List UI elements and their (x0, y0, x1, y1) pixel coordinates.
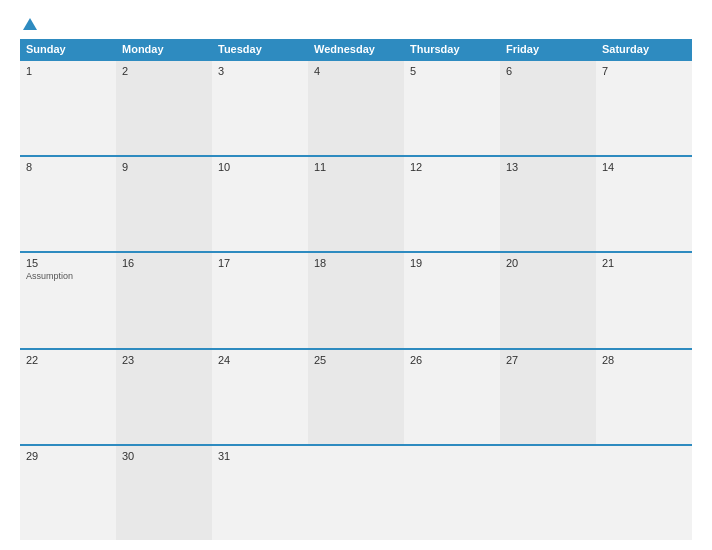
calendar-cell-w2-d4: 11 (308, 157, 404, 251)
calendar-header: Sunday Monday Tuesday Wednesday Thursday… (20, 39, 692, 59)
day-number: 20 (506, 257, 590, 269)
calendar-cell-w2-d5: 12 (404, 157, 500, 251)
day-number: 8 (26, 161, 110, 173)
calendar-cell-w5-d1: 29 (20, 446, 116, 540)
calendar-cell-w4-d4: 25 (308, 350, 404, 444)
day-number: 19 (410, 257, 494, 269)
day-number: 31 (218, 450, 302, 462)
calendar-cell-w1-d4: 4 (308, 61, 404, 155)
calendar-cell-w5-d2: 30 (116, 446, 212, 540)
week-row-3: 15Assumption161718192021 (20, 251, 692, 347)
day-number: 29 (26, 450, 110, 462)
calendar-cell-w3-d1: 15Assumption (20, 253, 116, 347)
logo (20, 18, 37, 31)
calendar-cell-w4-d1: 22 (20, 350, 116, 444)
calendar-cell-w2-d7: 14 (596, 157, 692, 251)
day-number: 1 (26, 65, 110, 77)
day-number: 10 (218, 161, 302, 173)
calendar-cell-w3-d4: 18 (308, 253, 404, 347)
calendar-page: Sunday Monday Tuesday Wednesday Thursday… (0, 0, 712, 550)
day-number: 4 (314, 65, 398, 77)
day-number: 9 (122, 161, 206, 173)
header-wednesday: Wednesday (308, 39, 404, 59)
logo-blue-text (20, 18, 37, 31)
calendar-cell-w5-d3: 31 (212, 446, 308, 540)
week-row-2: 891011121314 (20, 155, 692, 251)
day-number: 7 (602, 65, 686, 77)
day-number: 2 (122, 65, 206, 77)
week-row-1: 1234567 (20, 59, 692, 155)
day-number: 13 (506, 161, 590, 173)
header-monday: Monday (116, 39, 212, 59)
day-number: 27 (506, 354, 590, 366)
calendar-cell-w1-d2: 2 (116, 61, 212, 155)
calendar-cell-w3-d3: 17 (212, 253, 308, 347)
day-number: 24 (218, 354, 302, 366)
calendar-cell-w5-d4 (308, 446, 404, 540)
header-friday: Friday (500, 39, 596, 59)
holiday-label: Assumption (26, 271, 110, 281)
header-thursday: Thursday (404, 39, 500, 59)
day-number: 12 (410, 161, 494, 173)
calendar-cell-w2-d3: 10 (212, 157, 308, 251)
day-number: 14 (602, 161, 686, 173)
calendar-cell-w4-d6: 27 (500, 350, 596, 444)
day-number: 26 (410, 354, 494, 366)
calendar-cell-w5-d6 (500, 446, 596, 540)
calendar-cell-w3-d7: 21 (596, 253, 692, 347)
day-number: 6 (506, 65, 590, 77)
day-number: 15 (26, 257, 110, 269)
calendar-cell-w4-d2: 23 (116, 350, 212, 444)
calendar-cell-w1-d7: 7 (596, 61, 692, 155)
day-number: 16 (122, 257, 206, 269)
calendar-cell-w2-d1: 8 (20, 157, 116, 251)
header-saturday: Saturday (596, 39, 692, 59)
day-number: 5 (410, 65, 494, 77)
day-number: 25 (314, 354, 398, 366)
calendar-cell-w1-d5: 5 (404, 61, 500, 155)
day-number: 22 (26, 354, 110, 366)
header-tuesday: Tuesday (212, 39, 308, 59)
calendar-cell-w3-d2: 16 (116, 253, 212, 347)
calendar-cell-w3-d6: 20 (500, 253, 596, 347)
day-number: 28 (602, 354, 686, 366)
calendar-cell-w5-d7 (596, 446, 692, 540)
calendar-cell-w2-d6: 13 (500, 157, 596, 251)
day-number: 23 (122, 354, 206, 366)
calendar-cell-w5-d5 (404, 446, 500, 540)
calendar-cell-w3-d5: 19 (404, 253, 500, 347)
calendar-cell-w4-d7: 28 (596, 350, 692, 444)
logo-triangle-icon (23, 18, 37, 30)
week-row-5: 293031 (20, 444, 692, 540)
day-number: 3 (218, 65, 302, 77)
day-number: 11 (314, 161, 398, 173)
calendar-cell-w1-d6: 6 (500, 61, 596, 155)
week-row-4: 22232425262728 (20, 348, 692, 444)
calendar-cell-w2-d2: 9 (116, 157, 212, 251)
calendar-cell-w4-d3: 24 (212, 350, 308, 444)
calendar-cell-w1-d3: 3 (212, 61, 308, 155)
day-number: 18 (314, 257, 398, 269)
day-number: 30 (122, 450, 206, 462)
calendar-cell-w4-d5: 26 (404, 350, 500, 444)
day-number: 17 (218, 257, 302, 269)
calendar-cell-w1-d1: 1 (20, 61, 116, 155)
calendar-body: 123456789101112131415Assumption161718192… (20, 59, 692, 540)
day-number: 21 (602, 257, 686, 269)
page-header (20, 18, 692, 31)
calendar: Sunday Monday Tuesday Wednesday Thursday… (20, 39, 692, 540)
header-sunday: Sunday (20, 39, 116, 59)
